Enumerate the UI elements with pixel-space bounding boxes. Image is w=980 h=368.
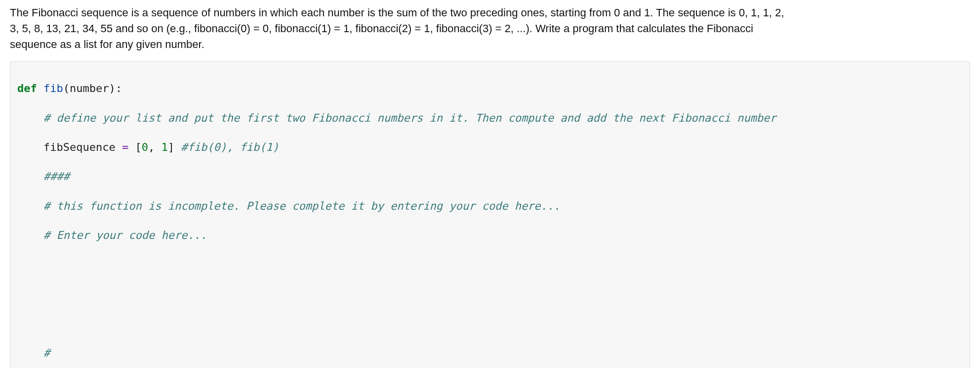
def-params: (number): <box>63 82 122 94</box>
problem-description: The Fibonacci sequence is a sequence of … <box>10 5 790 52</box>
comma: , <box>148 141 162 153</box>
comment: #### <box>43 170 70 183</box>
code-line-blank <box>17 287 963 302</box>
code-line-comment-define: # define your list and put the first two… <box>17 111 963 126</box>
comment: # define your list and put the first two… <box>43 112 776 124</box>
indent <box>17 200 43 212</box>
bracket-close: ] <box>168 141 181 153</box>
indent <box>17 112 43 124</box>
indent <box>17 141 43 153</box>
space <box>37 82 43 94</box>
code-line-enter-code: # Enter your code here... <box>17 228 963 243</box>
number-1: 1 <box>161 141 167 153</box>
equals-op: = <box>122 141 128 153</box>
page: The Fibonacci sequence is a sequence of … <box>0 0 980 368</box>
var-name: fibSequence <box>43 141 122 153</box>
comment: # <box>43 347 50 359</box>
code-line-hashes: #### <box>17 169 963 184</box>
function-name: fib <box>43 82 63 94</box>
number-0: 0 <box>142 141 148 153</box>
bracket-open: [ <box>128 141 142 153</box>
indent <box>17 229 43 241</box>
code-line-incomplete: # this function is incomplete. Please co… <box>17 199 963 214</box>
code-line-def: def fib(number): <box>17 81 963 96</box>
code-line-blank <box>17 258 963 273</box>
code-line-blank <box>17 316 963 331</box>
indent <box>17 170 43 183</box>
comment: # Enter your code here... <box>43 229 207 241</box>
comment: # this function is incomplete. Please co… <box>43 200 560 212</box>
comment: #fib(0), fib(1) <box>181 141 279 153</box>
code-block: def fib(number): # define your list and … <box>10 61 970 368</box>
code-line-hash: # <box>17 346 963 361</box>
keyword-def: def <box>17 82 37 94</box>
code-line-fibsequence: fibSequence = [0, 1] #fib(0), fib(1) <box>17 140 963 155</box>
indent <box>17 347 43 359</box>
